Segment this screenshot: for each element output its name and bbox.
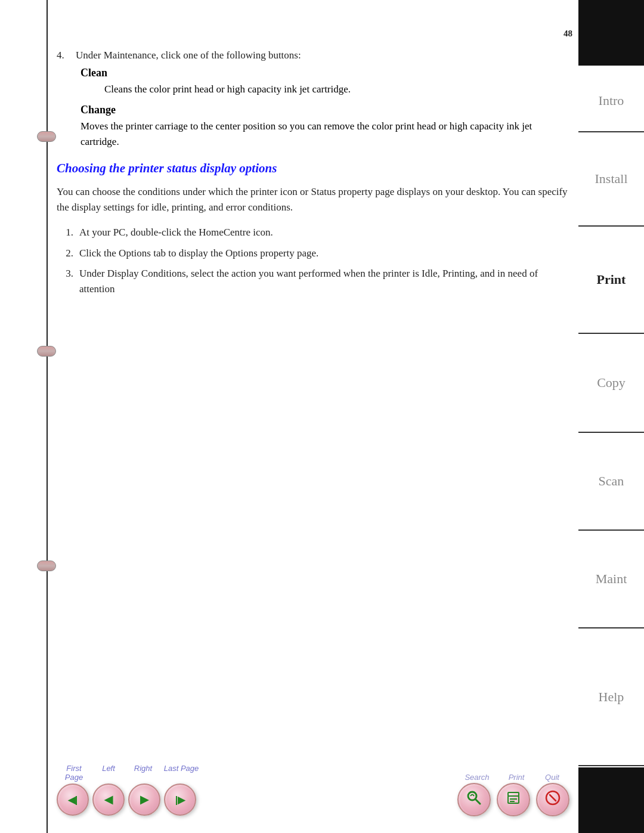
sidebar-tab-help[interactable]: Help xyxy=(578,628,644,765)
binder-ring-1 xyxy=(37,131,56,142)
left-button[interactable]: ◀ xyxy=(92,784,125,816)
right-button[interactable]: ▶ xyxy=(128,784,160,816)
search-button[interactable] xyxy=(457,783,491,816)
right-icon: ▶ xyxy=(140,793,148,806)
sidebar-tab-scan[interactable]: Scan xyxy=(578,433,644,529)
nav-buttons-row: ◀| ◀ ▶ |▶ xyxy=(57,783,569,816)
sidebar-tab-intro[interactable]: Intro xyxy=(578,70,644,131)
numbered-steps: 1. At your PC, double-click the HomeCent… xyxy=(57,225,572,297)
first-page-button[interactable]: ◀| xyxy=(57,784,89,816)
left-label: Left xyxy=(91,764,126,782)
quit-icon xyxy=(544,789,561,810)
change-block: Change Moves the printer carriage to the… xyxy=(80,104,572,150)
step-4-block: 4. Under Maintenance, click one of the f… xyxy=(57,48,572,63)
search-label: Search xyxy=(456,773,498,782)
sidebar-tab-print[interactable]: Print xyxy=(578,227,644,333)
step-1-num: 1. xyxy=(57,225,73,240)
binder-ring-3 xyxy=(37,561,56,571)
quit-label: Quit xyxy=(535,773,569,782)
first-page-label: First Page xyxy=(57,764,91,782)
step-4-intro: Under Maintenance, click one of the foll… xyxy=(76,49,301,61)
nav-left-buttons: ◀| ◀ ▶ |▶ xyxy=(57,784,196,816)
change-label: Change xyxy=(80,104,572,116)
step-2-text: Click the Options tab to display the Opt… xyxy=(79,246,318,261)
left-icon: ◀ xyxy=(104,793,113,806)
page-number: 48 xyxy=(564,29,572,39)
binder-ring-2 xyxy=(37,346,56,357)
step-4-content: Under Maintenance, click one of the foll… xyxy=(76,48,301,63)
bottom-navigation: First Page Left Right Last Page Search P… xyxy=(57,764,569,816)
step-2-num: 2. xyxy=(57,246,73,261)
nav-left-labels: First Page Left Right Last Page xyxy=(57,764,202,782)
step-1-text: At your PC, double-click the HomeCentre … xyxy=(79,225,273,240)
step-4-number: 4. xyxy=(57,48,76,63)
sidebar-tab-copy[interactable]: Copy xyxy=(578,334,644,432)
print-label: Print xyxy=(498,773,535,782)
svg-rect-4 xyxy=(510,798,517,800)
nav-labels-row: First Page Left Right Last Page Search P… xyxy=(57,764,569,782)
section-heading: Choosing the printer status display opti… xyxy=(57,161,572,176)
step-3-num: 3. xyxy=(57,266,73,298)
last-page-button[interactable]: |▶ xyxy=(164,784,196,816)
last-page-label: Last Page xyxy=(160,764,202,782)
step-3: 3. Under Display Conditions, select the … xyxy=(57,266,572,298)
quit-button[interactable] xyxy=(536,783,569,816)
sidebar-tab-install[interactable]: Install xyxy=(578,132,644,225)
sidebar-tab-maint[interactable]: Maint xyxy=(578,531,644,627)
left-binding-line xyxy=(47,0,48,833)
last-page-icon: |▶ xyxy=(175,794,185,806)
sidebar-top-bar xyxy=(578,0,644,66)
clean-block: Clean Cleans the color print head or hig… xyxy=(80,67,572,97)
tab-line-help-bottom xyxy=(578,765,644,766)
step-1: 1. At your PC, double-click the HomeCent… xyxy=(57,225,572,240)
body-text: You can choose the conditions under whic… xyxy=(57,184,572,216)
nav-right-buttons xyxy=(457,783,569,816)
clean-description: Cleans the color print head or high capa… xyxy=(104,82,572,97)
svg-line-1 xyxy=(476,800,481,804)
step-2: 2. Click the Options tab to display the … xyxy=(57,246,572,261)
print-icon xyxy=(505,789,522,810)
search-icon xyxy=(466,789,482,810)
main-content: 4. Under Maintenance, click one of the f… xyxy=(57,48,572,755)
sidebar-bottom-bar xyxy=(578,767,644,833)
print-button[interactable] xyxy=(497,783,530,816)
nav-right-labels: Search Print Quit xyxy=(456,773,569,782)
step-3-text: Under Display Conditions, select the act… xyxy=(79,266,572,298)
clean-label: Clean xyxy=(80,67,572,79)
svg-rect-5 xyxy=(510,801,515,802)
right-label: Right xyxy=(126,764,160,782)
svg-line-7 xyxy=(550,795,556,801)
change-description: Moves the printer carriage to the center… xyxy=(80,119,572,150)
first-page-icon: ◀| xyxy=(68,794,78,806)
